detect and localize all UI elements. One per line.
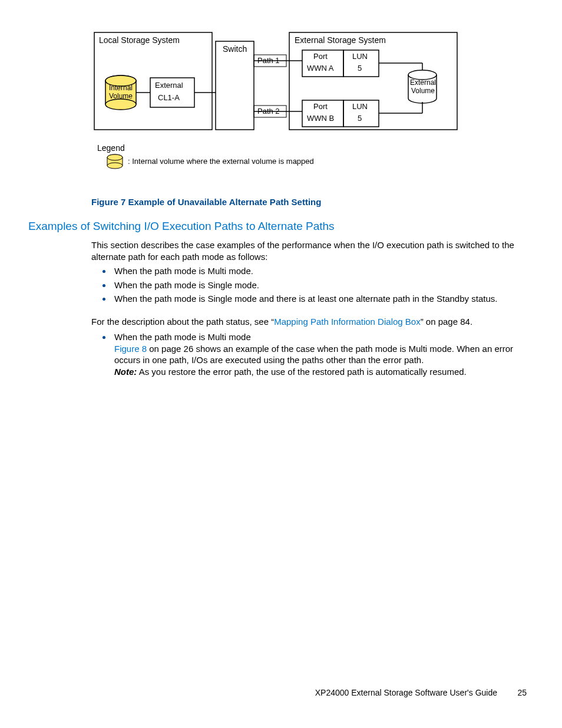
description-paragraph: For the description about the path statu… [91,316,527,328]
note-text: As you restore the error path, the use o… [137,367,466,377]
svg-point-31 [107,163,123,169]
label-internal-volume: Internal Volume [108,84,133,100]
label-legend-title: Legend [97,143,125,153]
desc-post: ” on page 84. [421,317,472,327]
label-port2: Port [313,102,328,111]
label-path1: Path 1 [257,56,280,65]
bullet-list-1: When the path mode is Multi mode. When t… [100,265,524,307]
list-item: When the path mode is Multi mode. [112,265,524,277]
second-bullet-heading: When the path mode is Multi mode [114,332,251,342]
svg-point-32 [107,154,123,160]
footer-page-number: 25 [517,688,527,697]
link-mapping-path[interactable]: Mapping Path Information Dialog Box [274,317,420,327]
label-lunval1: 5 [358,64,362,73]
intro-paragraph: This section describes the case examples… [91,239,527,262]
second-bullet-line1: on page 26 shows an example of the case … [114,344,513,365]
bullet-list-2: When the path mode is Multi mode Figure … [100,331,524,380]
footer-doc-title: XP24000 External Storage Software User's… [315,688,497,697]
label-path2: Path 2 [257,107,280,116]
note-label: Note: [114,367,137,377]
label-lun2: LUN [352,102,368,111]
document-page: Local Storage System Internal Volume Ext… [0,0,562,728]
label-port1: Port [313,52,328,61]
list-item: When the path mode is Multi mode Figure … [112,331,524,377]
link-figure-8[interactable]: Figure 8 [114,344,147,354]
svg-point-5 [105,99,136,110]
label-legend-text: : Internal volume where the external vol… [128,157,314,166]
desc-pre: For the description about the path statu… [91,317,274,327]
list-item: When the path mode is Single mode and th… [112,293,524,305]
label-switch: Switch [223,44,247,54]
svg-rect-9 [216,41,254,130]
label-external-volume: External Volume [410,78,436,95]
label-external: External [155,81,183,90]
list-item: When the path mode is Single mode. [112,279,524,291]
label-wwna: WWN A [307,64,334,73]
label-external-system: External Storage System [295,35,386,45]
label-lun1: LUN [352,52,368,61]
label-lunval2: 5 [358,114,362,123]
label-local-system: Local Storage System [99,35,180,45]
label-cl1a: CL1-A [158,93,180,102]
figure-diagram: Local Storage System Internal Volume Ext… [91,27,474,180]
label-wwnb: WWN B [307,114,334,123]
section-heading: Examples of Switching I/O Execution Path… [28,220,335,233]
figure-caption: Figure 7 Example of Unavailable Alternat… [91,197,321,207]
